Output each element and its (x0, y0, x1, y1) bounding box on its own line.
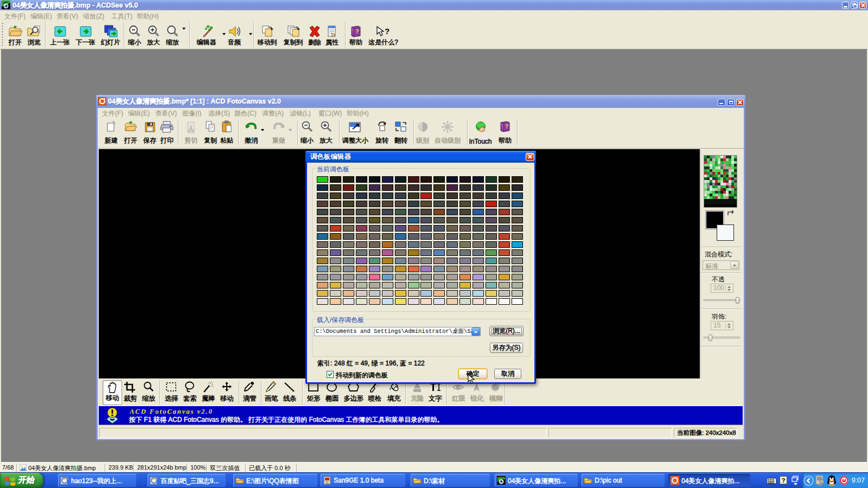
svg-text:?: ? (355, 28, 359, 35)
svg-text:?: ? (505, 124, 508, 130)
svg-text:九: 九 (326, 481, 329, 484)
svg-text:?: ? (385, 27, 390, 36)
